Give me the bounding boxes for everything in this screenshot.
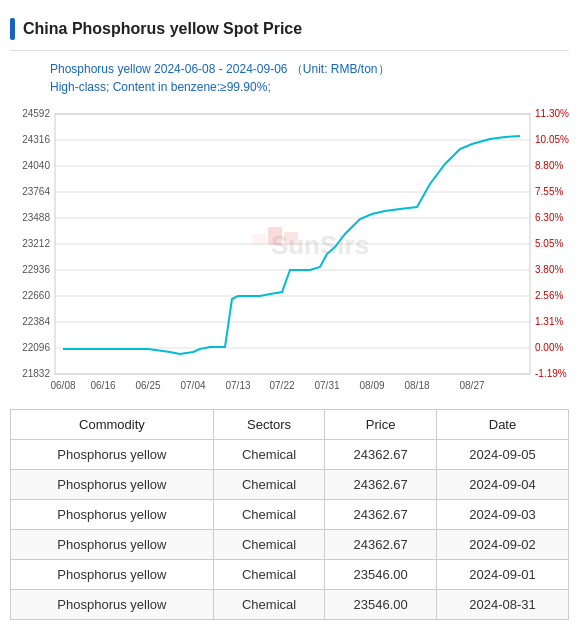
table-cell: 24362.67 [325, 440, 437, 470]
svg-text:5.05%: 5.05% [535, 238, 563, 249]
svg-text:24592: 24592 [22, 108, 50, 119]
svg-text:23764: 23764 [22, 186, 50, 197]
svg-text:8.80%: 8.80% [535, 160, 563, 171]
col-header-commodity: Commodity [11, 410, 214, 440]
table-cell: Phosphorus yellow [11, 470, 214, 500]
table-cell: 2024-09-01 [436, 560, 568, 590]
table-row: Phosphorus yellowChemical24362.672024-09… [11, 530, 569, 560]
table-cell: 2024-08-31 [436, 590, 568, 620]
table-row: Phosphorus yellowChemical24362.672024-09… [11, 500, 569, 530]
svg-text:07/04: 07/04 [180, 380, 205, 391]
svg-text:24316: 24316 [22, 134, 50, 145]
table-row: Phosphorus yellowChemical23546.002024-08… [11, 590, 569, 620]
table-row: Phosphorus yellowChemical24362.672024-09… [11, 440, 569, 470]
svg-text:07/31: 07/31 [314, 380, 339, 391]
table-row: Phosphorus yellowChemical23546.002024-09… [11, 560, 569, 590]
svg-text:2.56%: 2.56% [535, 290, 563, 301]
svg-text:06/16: 06/16 [90, 380, 115, 391]
svg-rect-46 [284, 232, 298, 245]
table-cell: Chemical [213, 440, 325, 470]
table-cell: Chemical [213, 530, 325, 560]
title-bar: China Phosphorus yellow Spot Price [10, 10, 569, 51]
svg-text:24040: 24040 [22, 160, 50, 171]
svg-text:6.30%: 6.30% [535, 212, 563, 223]
table-cell: Chemical [213, 470, 325, 500]
chart-subtitle: High-class; Content in benzene:≥99.90%; [50, 80, 569, 94]
table-cell: 24362.67 [325, 530, 437, 560]
chart-meta-line1: Phosphorus yellow 2024-06-08 - 2024-09-0… [50, 61, 569, 78]
page-title: China Phosphorus yellow Spot Price [23, 20, 302, 38]
table-cell: 2024-09-05 [436, 440, 568, 470]
svg-text:10.05%: 10.05% [535, 134, 569, 145]
svg-text:22936: 22936 [22, 264, 50, 275]
svg-text:-1.19%: -1.19% [535, 368, 567, 379]
table-cell: 24362.67 [325, 500, 437, 530]
svg-text:23488: 23488 [22, 212, 50, 223]
table-cell: Phosphorus yellow [11, 440, 214, 470]
svg-text:3.80%: 3.80% [535, 264, 563, 275]
table-cell: 23546.00 [325, 560, 437, 590]
table-row: Phosphorus yellowChemical24362.672024-09… [11, 470, 569, 500]
chart-section: Phosphorus yellow 2024-06-08 - 2024-09-0… [10, 61, 569, 399]
chart-wrapper: 24592 24316 24040 23764 23488 23212 2293… [10, 99, 569, 399]
svg-text:08/09: 08/09 [359, 380, 384, 391]
col-header-date: Date [436, 410, 568, 440]
svg-text:07/22: 07/22 [269, 380, 294, 391]
table-cell: 2024-09-02 [436, 530, 568, 560]
table-cell: 2024-09-03 [436, 500, 568, 530]
svg-text:06/25: 06/25 [135, 380, 160, 391]
table-cell: 2024-09-04 [436, 470, 568, 500]
svg-text:0.00%: 0.00% [535, 342, 563, 353]
svg-text:06/08: 06/08 [50, 380, 75, 391]
price-table: Commodity Sectors Price Date Phosphorus … [10, 409, 569, 620]
svg-text:22660: 22660 [22, 290, 50, 301]
svg-text:7.55%: 7.55% [535, 186, 563, 197]
svg-text:21832: 21832 [22, 368, 50, 379]
svg-rect-47 [252, 234, 266, 245]
svg-text:23212: 23212 [22, 238, 50, 249]
table-cell: Phosphorus yellow [11, 590, 214, 620]
svg-text:22384: 22384 [22, 316, 50, 327]
svg-text:08/27: 08/27 [459, 380, 484, 391]
table-cell: 23546.00 [325, 590, 437, 620]
svg-text:1.31%: 1.31% [535, 316, 563, 327]
svg-text:08/18: 08/18 [404, 380, 429, 391]
title-icon [10, 18, 15, 40]
col-header-sectors: Sectors [213, 410, 325, 440]
svg-text:22096: 22096 [22, 342, 50, 353]
svg-rect-45 [268, 227, 282, 245]
col-header-price: Price [325, 410, 437, 440]
table-cell: Chemical [213, 560, 325, 590]
svg-text:07/13: 07/13 [225, 380, 250, 391]
table-cell: 24362.67 [325, 470, 437, 500]
table-cell: Phosphorus yellow [11, 500, 214, 530]
table-cell: Phosphorus yellow [11, 530, 214, 560]
svg-text:11.30%: 11.30% [535, 108, 569, 119]
table-cell: Phosphorus yellow [11, 560, 214, 590]
table-cell: Chemical [213, 500, 325, 530]
page-container: China Phosphorus yellow Spot Price Phosp… [0, 0, 579, 630]
price-chart: 24592 24316 24040 23764 23488 23212 2293… [10, 99, 569, 394]
table-cell: Chemical [213, 590, 325, 620]
